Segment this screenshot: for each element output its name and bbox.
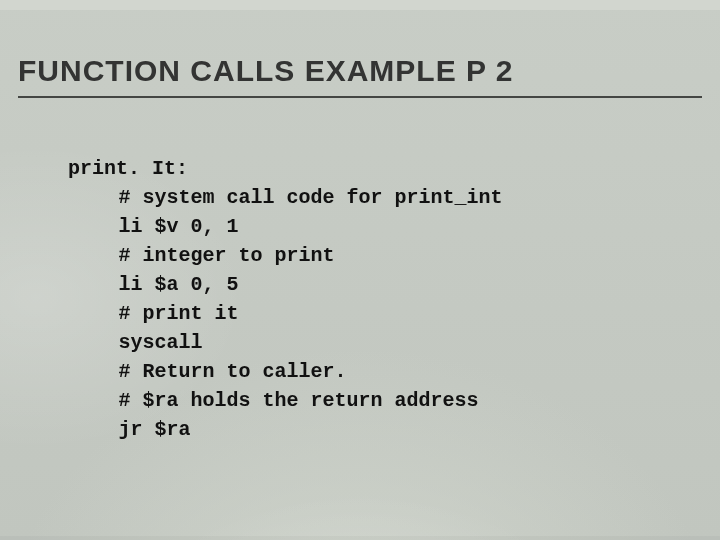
code-line: li $a 0, 5 [118,273,238,296]
code-line: # integer to print [118,244,334,267]
code-label: print. It: [68,157,188,180]
page-title: FUNCTION CALLS EXAMPLE P 2 [18,54,702,88]
code-line: syscall [118,331,202,354]
title-underline [18,96,702,98]
code-block: print. It: # system call code for print_… [18,154,702,444]
code-line: jr $ra [118,418,190,441]
slide: FUNCTION CALLS EXAMPLE P 2 print. It: # … [0,0,720,540]
code-line: # system call code for print_int [118,186,502,209]
code-line: # print it [118,302,238,325]
code-line: # Return to caller. [118,360,346,383]
code-line: # $ra holds the return address [118,389,478,412]
code-line: li $v 0, 1 [118,215,238,238]
